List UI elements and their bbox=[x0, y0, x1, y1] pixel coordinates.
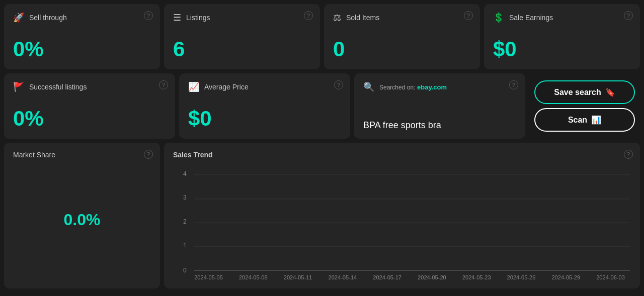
average-price-help[interactable]: ? bbox=[334, 80, 343, 89]
sales-trend-chart: 0 1 2 3 4 2024-05-05 2024-05-08 2024-05-… bbox=[173, 165, 631, 280]
search-query-text: BPA free sports bra bbox=[363, 120, 516, 131]
save-icon: 🔖 bbox=[605, 87, 615, 97]
sale-earnings-help[interactable]: ? bbox=[624, 11, 633, 20]
trend-icon: 📈 bbox=[188, 81, 199, 92]
market-share-title: Market Share bbox=[13, 151, 55, 159]
rocket-icon: 🚀 bbox=[13, 12, 24, 23]
average-price-card: 📈 Average Price ? $0 bbox=[179, 73, 350, 139]
average-price-title: Average Price bbox=[204, 83, 249, 91]
successful-listings-card: 🚩 Successful listings ? 0% bbox=[4, 73, 175, 139]
market-share-help[interactable]: ? bbox=[144, 150, 153, 159]
listings-card: ☰ Listings ? 6 bbox=[164, 4, 320, 69]
listings-title: Listings bbox=[186, 14, 210, 22]
sell-through-help[interactable]: ? bbox=[144, 11, 153, 20]
search-icon: 🔍 bbox=[363, 81, 374, 92]
sales-trend-card: ? Sales Trend 0 1 2 3 4 2024-05-05 202 bbox=[164, 143, 640, 288]
sell-through-title: Sell through bbox=[29, 14, 67, 22]
x-label-0: 2024-05-05 bbox=[194, 274, 223, 280]
x-label-9: 2024-06-03 bbox=[596, 274, 625, 280]
successful-listings-header: 🚩 Successful listings bbox=[13, 81, 166, 92]
bottom-row: Market Share ? 0.0% ? Sales Trend 0 1 2 … bbox=[4, 143, 640, 288]
x-label-3: 2024-05-14 bbox=[329, 274, 357, 280]
sell-through-card: 🚀 Sell through ? 0% bbox=[4, 4, 160, 69]
x-label-7: 2024-05-26 bbox=[507, 274, 536, 280]
average-price-header: 📈 Average Price bbox=[188, 81, 341, 92]
flag-icon: 🚩 bbox=[13, 81, 24, 92]
sale-earnings-title: Sale Earnings bbox=[509, 14, 553, 22]
x-label-6: 2024-05-23 bbox=[462, 274, 491, 280]
sales-trend-help[interactable]: ? bbox=[624, 150, 633, 159]
sale-earnings-header: 💲 Sale Earnings bbox=[493, 12, 631, 23]
searched-on-help[interactable]: ? bbox=[509, 80, 518, 89]
y-label-2: 2 bbox=[183, 218, 187, 225]
y-label-1: 1 bbox=[183, 242, 187, 249]
top-metrics-row: 🚀 Sell through ? 0% ☰ Listings ? 6 ⚖ Sol… bbox=[4, 4, 640, 69]
chart-container: 0 1 2 3 4 2024-05-05 2024-05-08 2024-05-… bbox=[173, 165, 631, 280]
average-price-value: $0 bbox=[188, 107, 341, 131]
sell-through-value: 0% bbox=[13, 37, 151, 61]
searched-on-site: ebay.com bbox=[417, 83, 447, 91]
searched-on-label: Searched on: bbox=[379, 84, 415, 91]
save-search-label: Save search bbox=[554, 88, 601, 97]
market-share-header: Market Share bbox=[13, 151, 151, 159]
mid-metrics-row: 🚩 Successful listings ? 0% 📈 Average Pri… bbox=[4, 73, 640, 139]
scan-button[interactable]: Scan 📊 bbox=[534, 108, 635, 132]
dollar-circle-icon: 💲 bbox=[493, 12, 504, 23]
successful-listings-title: Successful listings bbox=[29, 83, 87, 91]
sold-items-title: Sold Items bbox=[346, 14, 379, 22]
y-label-3: 3 bbox=[183, 194, 187, 201]
list-icon: ☰ bbox=[173, 12, 181, 23]
x-label-2: 2024-05-11 bbox=[284, 274, 312, 280]
successful-listings-help[interactable]: ? bbox=[159, 80, 168, 89]
successful-listings-value: 0% bbox=[13, 107, 166, 131]
sold-items-help[interactable]: ? bbox=[464, 11, 473, 20]
y-label-0: 0 bbox=[183, 267, 187, 274]
sold-items-value: 0 bbox=[333, 37, 471, 61]
gavel-icon: ⚖ bbox=[333, 12, 341, 23]
x-label-5: 2024-05-20 bbox=[418, 274, 446, 280]
chart-title: Sales Trend bbox=[173, 151, 631, 159]
sell-through-header: 🚀 Sell through bbox=[13, 12, 151, 23]
listings-header: ☰ Listings bbox=[173, 12, 311, 23]
scan-chart-icon: 📊 bbox=[591, 115, 601, 125]
searched-on-card: 🔍 Searched on: ebay.com ? BPA free sport… bbox=[354, 73, 525, 139]
listings-value: 6 bbox=[173, 37, 311, 61]
market-share-value: 0.0% bbox=[13, 159, 151, 280]
sale-earnings-value: $0 bbox=[493, 37, 631, 61]
market-share-card: Market Share ? 0.0% bbox=[4, 143, 160, 288]
listings-help[interactable]: ? bbox=[304, 11, 313, 20]
searched-on-header: 🔍 Searched on: ebay.com bbox=[363, 81, 516, 92]
save-search-button[interactable]: Save search 🔖 bbox=[534, 80, 635, 104]
x-label-4: 2024-05-17 bbox=[373, 274, 401, 280]
y-label-4: 4 bbox=[183, 170, 187, 177]
sold-items-header: ⚖ Sold Items bbox=[333, 12, 471, 23]
sold-items-card: ⚖ Sold Items ? 0 bbox=[324, 4, 480, 69]
scan-label: Scan bbox=[568, 116, 587, 125]
x-label-1: 2024-05-08 bbox=[239, 274, 268, 280]
sale-earnings-card: 💲 Sale Earnings ? $0 bbox=[484, 4, 640, 69]
x-label-8: 2024-05-29 bbox=[551, 274, 580, 280]
action-buttons-panel: Save search 🔖 Scan 📊 bbox=[529, 73, 640, 139]
